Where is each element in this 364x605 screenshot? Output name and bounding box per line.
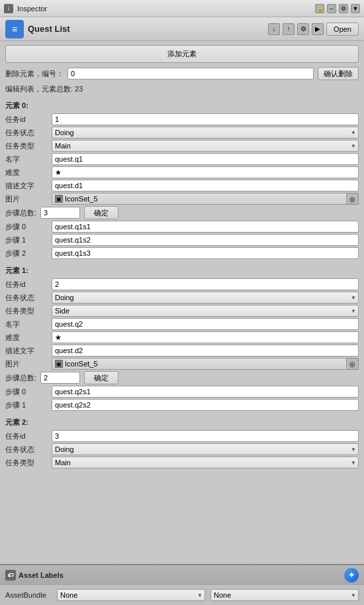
desc-input-0[interactable] bbox=[52, 180, 359, 192]
type-select-0[interactable]: MainSide bbox=[52, 140, 359, 152]
name-label-1: 名字 bbox=[5, 319, 52, 329]
step-0-0: 步骤 0 bbox=[5, 221, 359, 233]
delete-input[interactable] bbox=[68, 68, 314, 80]
asset-labels-bar: 🏷 Asset Labels ✦ bbox=[0, 564, 364, 585]
field-name-0: 名字 bbox=[5, 153, 359, 165]
step-2-0: 步骤 2 bbox=[5, 247, 359, 259]
asset-bundle-select-wrapper: None ▼ bbox=[57, 589, 205, 601]
steps-confirm-btn-1[interactable]: 确定 bbox=[84, 371, 118, 384]
step-1-input-1[interactable] bbox=[52, 399, 359, 411]
field-name-1: 名字 bbox=[5, 318, 359, 330]
status-select-wrapper-0: DoingDoneNotStart ▼ bbox=[52, 127, 359, 138]
upload-icon[interactable]: ↑ bbox=[283, 23, 295, 35]
element-1-header: 元素 1: bbox=[5, 266, 359, 276]
expand-icon[interactable]: ▶ bbox=[312, 23, 324, 35]
delete-label: 删除元素，编号： bbox=[5, 69, 64, 79]
step-1-label-0: 步骤 1 bbox=[5, 235, 52, 245]
taskid-input-1[interactable] bbox=[52, 278, 359, 290]
type-label-1: 任务类型 bbox=[5, 306, 52, 316]
element-0-section: 元素 0: 任务id 任务状态 DoingDoneNotStart ▼ 任务类型… bbox=[5, 101, 359, 259]
image-content-1[interactable]: ▣ IconSet_5 bbox=[52, 358, 347, 370]
field-image-0: 图片 ▣ IconSet_5 ◎ bbox=[5, 193, 359, 205]
taskid-input-2[interactable] bbox=[52, 430, 359, 442]
desc-label-1: 描述文字 bbox=[5, 346, 52, 356]
difficulty-input-0[interactable] bbox=[52, 166, 359, 178]
expand-btn[interactable]: ▼ bbox=[351, 4, 360, 13]
window-title: Inspector bbox=[17, 5, 47, 13]
steps-total-input-0[interactable] bbox=[40, 207, 80, 219]
step-0-input-0[interactable] bbox=[52, 221, 359, 233]
image-label-1: 图片 bbox=[5, 359, 52, 369]
step-2-input-0[interactable] bbox=[52, 247, 359, 259]
asset-labels-icon: 🏷 bbox=[5, 570, 16, 580]
status-label-0: 任务状态 bbox=[5, 128, 52, 138]
steps-total-input-1[interactable] bbox=[40, 372, 80, 384]
asset-bundle-select-wrapper-2: None ▼ bbox=[210, 589, 359, 601]
confirm-delete-button[interactable]: 确认删除 bbox=[318, 67, 359, 80]
status-select-1[interactable]: DoingDoneNotStart bbox=[52, 292, 359, 303]
field-difficulty-1: 难度 bbox=[5, 331, 359, 343]
steps-total-row-1: 步骤总数: 确定 bbox=[5, 371, 359, 384]
arrow-btn[interactable]: ↔ bbox=[327, 4, 336, 13]
element-1-section: 元素 1: 任务id 任务状态 DoingDoneNotStart ▼ 任务类型… bbox=[5, 266, 359, 411]
difficulty-label-0: 难度 bbox=[5, 168, 52, 178]
title-bar: i Inspector 🔒 ↔ ⚙ ▼ bbox=[0, 0, 364, 17]
field-taskid-1: 任务id bbox=[5, 278, 359, 290]
status-select-wrapper-2: DoingDoneNotStart ▼ bbox=[52, 443, 359, 455]
image-circle-btn-1[interactable]: ◎ bbox=[347, 358, 359, 370]
step-0-1: 步骤 0 bbox=[5, 386, 359, 398]
asset-bundle-select-2[interactable]: None bbox=[210, 589, 359, 601]
difficulty-input-1[interactable] bbox=[52, 331, 359, 343]
lock-btn[interactable]: 🔒 bbox=[315, 4, 324, 13]
image-value-0: IconSet_5 bbox=[65, 195, 98, 203]
field-image-1: 图片 ▣ IconSet_5 ◎ bbox=[5, 358, 359, 370]
difficulty-label-1: 难度 bbox=[5, 333, 52, 343]
type-select-wrapper-0: MainSide ▼ bbox=[52, 140, 359, 152]
status-label-1: 任务状态 bbox=[5, 293, 52, 303]
type-select-2[interactable]: MainSide bbox=[52, 457, 359, 468]
settings-icon[interactable]: ⚙ bbox=[297, 23, 309, 35]
desc-label-0: 描述文字 bbox=[5, 181, 52, 191]
step-0-label-1: 步骤 0 bbox=[5, 387, 52, 397]
step-2-label-0: 步骤 2 bbox=[5, 248, 52, 258]
asset-bundle-select-1[interactable]: None bbox=[57, 589, 205, 601]
download-icon[interactable]: ↓ bbox=[268, 23, 280, 35]
field-status-0: 任务状态 DoingDoneNotStart ▼ bbox=[5, 127, 359, 138]
step-1-input-0[interactable] bbox=[52, 234, 359, 246]
field-difficulty-0: 难度 bbox=[5, 166, 359, 178]
type-select-1[interactable]: MainSide bbox=[52, 305, 359, 317]
name-input-0[interactable] bbox=[52, 153, 359, 165]
step-1-label-1: 步骤 1 bbox=[5, 400, 52, 410]
image-thumb-icon-0: ▣ bbox=[55, 195, 63, 203]
image-circle-btn-0[interactable]: ◎ bbox=[347, 193, 359, 205]
main-content[interactable]: 添加元素 删除元素，编号： 确认删除 编辑列表，元素总数: 23 元素 0: 任… bbox=[0, 41, 364, 564]
field-desc-1: 描述文字 bbox=[5, 345, 359, 357]
image-value-1: IconSet_5 bbox=[65, 360, 98, 368]
desc-input-1[interactable] bbox=[52, 345, 359, 357]
taskid-label-0: 任务id bbox=[5, 115, 52, 125]
step-0-input-1[interactable] bbox=[52, 386, 359, 398]
status-label-2: 任务状态 bbox=[5, 445, 52, 455]
steps-total-label-0: 步骤总数: bbox=[5, 208, 36, 218]
taskid-input-0[interactable] bbox=[52, 113, 359, 125]
field-type-2: 任务类型 MainSide ▼ bbox=[5, 457, 359, 468]
type-label-0: 任务类型 bbox=[5, 141, 52, 151]
steps-confirm-btn-0[interactable]: 确定 bbox=[84, 206, 118, 219]
quest-icon: ≡ bbox=[5, 20, 24, 38]
status-select-2[interactable]: DoingDoneNotStart bbox=[52, 443, 359, 455]
image-thumb-icon-1: ▣ bbox=[55, 360, 63, 368]
type-select-wrapper-1: MainSide ▼ bbox=[52, 305, 359, 317]
status-select-0[interactable]: DoingDoneNotStart bbox=[52, 127, 359, 138]
inspector-icon: i bbox=[4, 4, 13, 13]
title-bar-controls: 🔒 ↔ ⚙ ▼ bbox=[315, 4, 360, 13]
name-input-1[interactable] bbox=[52, 318, 359, 330]
gear-btn[interactable]: ⚙ bbox=[339, 4, 348, 13]
taskid-label-2: 任务id bbox=[5, 431, 52, 441]
open-button[interactable]: Open bbox=[326, 23, 359, 36]
image-label-0: 图片 bbox=[5, 194, 52, 204]
toolbar-title: Quest List bbox=[28, 24, 70, 34]
image-content-0[interactable]: ▣ IconSet_5 bbox=[52, 193, 347, 205]
add-element-button[interactable]: 添加元素 bbox=[5, 45, 359, 63]
element-0-header: 元素 0: bbox=[5, 101, 359, 111]
type-select-wrapper-2: MainSide ▼ bbox=[52, 457, 359, 468]
